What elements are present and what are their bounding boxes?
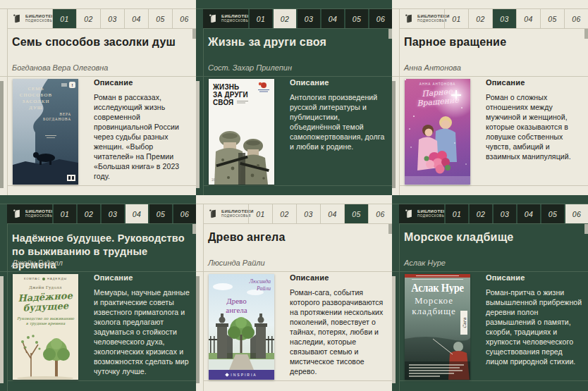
divider: [203, 8, 204, 195]
book-cover-image: АННА АНТОНОВА Парное Вращение: [405, 79, 470, 185]
tab-02[interactable]: 02: [468, 204, 492, 223]
tab-01[interactable]: 01: [248, 9, 272, 28]
slide-grid: БИБЛИОТЕКИ ПОДМОСКОВЬЯ 01 02 03 04 05 06…: [0, 0, 588, 391]
tab-02[interactable]: 02: [76, 204, 100, 223]
age-badge: [61, 83, 67, 87]
edge-strip: [0, 276, 4, 383]
divider: [7, 204, 8, 391]
tab-04[interactable]: 04: [124, 9, 148, 28]
brand-logo: БИБЛИОТЕКИ ПОДМОСКОВЬЯ: [399, 204, 444, 223]
cover-author: АННА АНТОНОВА: [405, 82, 470, 86]
description-text: Роман-притча о жизни вымышленной прибреж…: [486, 287, 584, 366]
edge-strip: [196, 81, 200, 188]
book-slide-3: БИБЛИОТЕКИ ПОДМОСКОВЬЯ 01 02 03 04 05 06…: [392, 0, 588, 195]
book-author: Богданова Вера Олеговна: [12, 63, 108, 72]
tab-01[interactable]: 01: [444, 9, 468, 28]
tab-02[interactable]: 02: [272, 9, 296, 28]
divider: [392, 76, 588, 77]
tab-04[interactable]: 04: [516, 9, 540, 28]
description-text: Роман-сага, события которого разворачива…: [290, 287, 388, 376]
book-slide-5: БИБЛИОТЕКИ ПОДМОСКОВЬЯ 01 02 03 04 05 06…: [196, 195, 392, 391]
tabs-row: БИБЛИОТЕКИ ПОДМОСКОВЬЯ 01 02 03 04 05 06: [203, 204, 392, 223]
library-logo-icon: [404, 209, 415, 219]
sparkles-icon: [405, 79, 406, 80]
series-band: КОМПАС НАДЕЖДЫ: [13, 277, 78, 280]
tab-05[interactable]: 05: [540, 9, 564, 28]
description-label: Описание: [486, 78, 584, 87]
tab-03[interactable]: 03: [296, 9, 320, 28]
tab-06[interactable]: 06: [368, 9, 392, 28]
book-title: Древо ангела: [208, 230, 386, 244]
tab-05[interactable]: 05: [148, 9, 172, 28]
tabs-row: БИБЛИОТЕКИ ПОДМОСКОВЬЯ 01 02 03 04 05 06: [7, 9, 196, 28]
divider: [7, 8, 8, 195]
series-name: Сага: [462, 318, 467, 328]
tab-05[interactable]: 05: [148, 204, 172, 223]
brand-logo: БИБЛИОТЕКИ ПОДМОСКОВЬЯ: [7, 204, 52, 223]
cover-title: Древо ангела: [209, 297, 264, 314]
book-cover-image: СЕМЬ СПОСОБОВ ЗАСОЛКИ ДУШ ВЕРА БОГДАНОВА…: [13, 79, 78, 185]
tab-02[interactable]: 02: [76, 9, 100, 28]
description-text: Мемуары, научные данные и практические с…: [94, 287, 192, 376]
divider: [7, 380, 196, 381]
brand-logo: БИБЛИОТЕКИ ПОДМОСКОВЬЯ: [203, 9, 248, 28]
tab-03[interactable]: 03: [296, 204, 320, 223]
divider: [196, 271, 392, 272]
book-title: Морское кладбище: [404, 230, 582, 244]
edge-strip: [392, 276, 396, 383]
book-slide-1: БИБЛИОТЕКИ ПОДМОСКОВЬЯ 01 02 03 04 05 06…: [0, 0, 196, 195]
tab-04[interactable]: 04: [320, 9, 344, 28]
description-label: Описание: [290, 78, 388, 87]
brand-logo: БИБЛИОТЕКИ ПОДМОСКОВЬЯ: [399, 9, 444, 28]
description-text: Антология произведений русской литератур…: [290, 92, 388, 151]
tab-04[interactable]: 04: [320, 204, 344, 223]
tab-06[interactable]: 06: [172, 204, 196, 223]
tab-05[interactable]: 05: [344, 204, 368, 223]
tab-05[interactable]: 05: [344, 9, 368, 28]
tab-04[interactable]: 04: [516, 204, 540, 223]
tab-04[interactable]: 04: [124, 204, 148, 223]
tab-06[interactable]: 06: [172, 9, 196, 28]
divider: [7, 223, 196, 224]
edge-strip: [196, 276, 200, 383]
tab-03[interactable]: 03: [100, 204, 124, 223]
book-slide-4: БИБЛИОТЕКИ ПОДМОСКОВЬЯ 01 02 03 04 05 06…: [0, 195, 196, 391]
tab-05[interactable]: 05: [540, 204, 564, 223]
tab-03[interactable]: 03: [492, 9, 516, 28]
book-author: Джейн Гудолл: [12, 259, 63, 267]
tab-06[interactable]: 06: [368, 204, 392, 223]
divider: [392, 271, 588, 272]
tab-02[interactable]: 02: [468, 9, 492, 28]
tab-03[interactable]: 03: [492, 204, 516, 223]
tab-06[interactable]: 06: [564, 204, 588, 223]
book-title: Семь способов засолки душ: [12, 35, 190, 49]
description-label: Описание: [486, 273, 584, 282]
cover-subtitle: Руководство по выживанию в трудные време…: [13, 316, 78, 326]
tab-01[interactable]: 01: [52, 9, 76, 28]
tab-01[interactable]: 01: [444, 204, 468, 223]
tab-03[interactable]: 03: [100, 9, 124, 28]
publisher-mark: [67, 175, 75, 181]
cover-title: Надёжное будущее: [13, 291, 78, 314]
book-cover-image: Аслак Нуре Морское кладбище Сага: [405, 274, 470, 380]
divider: [196, 76, 392, 77]
divider: [399, 223, 588, 224]
book-slide-2: БИБЛИОТЕКИ ПОДМОСКОВЬЯ 01 02 03 04 05 06…: [196, 0, 392, 195]
tab-02[interactable]: 02: [272, 204, 296, 223]
divider: [7, 28, 196, 29]
tab-01[interactable]: 01: [248, 204, 272, 223]
series-tag: Сага: [460, 311, 467, 335]
library-logo-icon: [12, 209, 23, 219]
book-cover-image: ЖИЗНЬ ЗА ДРУГИ СВОЯ 16+: [209, 79, 274, 185]
book-cover-image: Люсинда Райли Древо ангела INSPIRIA: [209, 274, 274, 380]
divider: [399, 380, 588, 381]
top-banner: [405, 274, 470, 278]
tabs-row: БИБЛИОТЕКИ ПОДМОСКОВЬЯ 01 02 03 04 05 06: [399, 9, 588, 28]
tab-06[interactable]: 06: [564, 9, 588, 28]
book-author: Сост. Захар Прилепин: [208, 63, 292, 72]
divider: [203, 28, 392, 29]
library-logo-icon: [404, 13, 415, 24]
tab-01[interactable]: 01: [52, 204, 76, 223]
book-slide-6: БИБЛИОТЕКИ ПОДМОСКОВЬЯ 01 02 03 04 05 06…: [392, 195, 588, 391]
divider: [203, 204, 204, 391]
